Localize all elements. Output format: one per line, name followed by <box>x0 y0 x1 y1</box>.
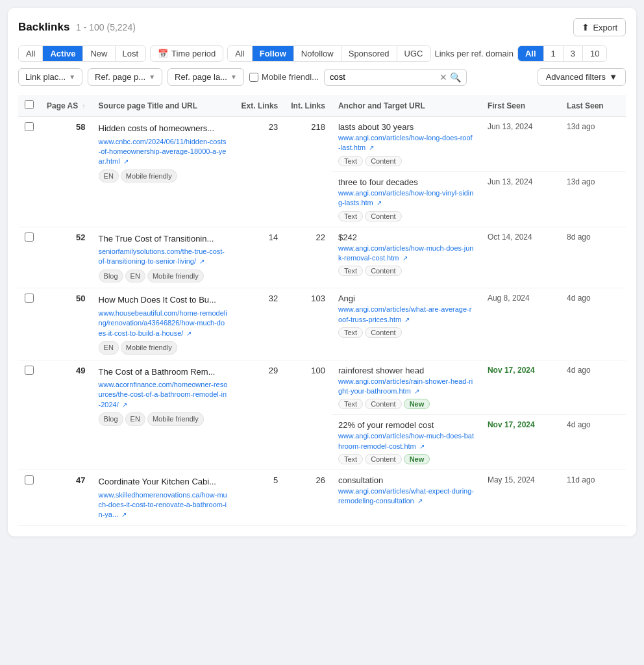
source-url[interactable]: seniorfamilysolutions.com/the-true-cost-… <box>99 247 229 267</box>
mobile-friendly-checkbox[interactable] <box>249 73 258 82</box>
source-url[interactable]: www.acornfinance.com/homeowner-resources… <box>99 380 229 410</box>
header-first-seen[interactable]: First Seen <box>481 95 560 117</box>
target-url-link[interactable]: www.angi.com/articles/how-long-vinyl-sid… <box>338 189 473 207</box>
anchor-target-cell: three to four decadeswww.angi.com/articl… <box>332 171 481 227</box>
source-url-link[interactable]: www.skilledhomerenovations.ca/how-much-d… <box>99 491 227 519</box>
source-url-link[interactable]: www.acornfinance.com/homeowner-resources… <box>99 381 228 408</box>
int-links-cell: 218 <box>284 117 332 227</box>
row-checkbox[interactable] <box>25 232 34 242</box>
anchor-tags: TextContent <box>338 208 475 221</box>
header-anchor-target[interactable]: Anchor and Target URL <box>332 95 481 117</box>
external-link-icon: ↗ <box>414 388 419 395</box>
nofollow-btn[interactable]: Nofollow <box>294 46 341 61</box>
target-url-link[interactable]: www.angi.com/articles/how-long-does-roof… <box>338 134 473 151</box>
status-lost-btn[interactable]: Lost <box>116 46 146 61</box>
row-checkbox[interactable] <box>25 475 34 484</box>
header-source-page[interactable]: Source page Title and URL <box>92 95 235 117</box>
target-url[interactable]: www.angi.com/articles/how-long-vinyl-sid… <box>338 188 475 208</box>
external-link-icon: ↗ <box>123 158 129 165</box>
ref-page-p-dropdown[interactable]: Ref. page p... ▼ <box>88 68 162 86</box>
select-all-checkbox[interactable] <box>25 100 34 109</box>
ext-links-cell: 32 <box>235 288 285 360</box>
link-place-label: Link plac... <box>25 72 66 82</box>
source-page-cell: The True Cost of Transitionin...seniorfa… <box>92 227 235 288</box>
target-url[interactable]: www.angi.com/articles/rain-shower-head-r… <box>338 377 475 397</box>
header-int-links[interactable]: Int. Links <box>284 95 332 117</box>
filters-row1: All Active New Lost 📅 Time period All Fo… <box>18 45 626 62</box>
target-url[interactable]: www.angi.com/articles/how-much-does-junk… <box>338 244 475 264</box>
source-url[interactable]: www.cnbc.com/2024/06/11/hidden-costs-of-… <box>99 137 229 167</box>
source-title: How Much Does It Cost to Bu... <box>99 294 229 307</box>
badge: Blog <box>99 270 123 283</box>
external-link-icon: ↗ <box>122 401 127 408</box>
source-url[interactable]: www.skilledhomerenovations.ca/how-much-d… <box>99 490 229 520</box>
sponsored-btn[interactable]: Sponsored <box>341 46 397 61</box>
export-button[interactable]: ⬆ Export <box>573 18 626 36</box>
search-icon[interactable]: 🔍 <box>450 72 461 82</box>
follow-all-btn[interactable]: All <box>228 46 252 61</box>
tag: Content <box>365 454 402 464</box>
export-label: Export <box>593 23 617 32</box>
calendar-icon: 📅 <box>158 49 168 58</box>
source-page-cell: Coordinate Your Kitchen Cabi...www.skill… <box>92 470 235 526</box>
badge: Mobile friendly <box>147 270 204 283</box>
target-url[interactable]: www.angi.com/articles/what-are-average-r… <box>338 305 475 325</box>
status-active-btn[interactable]: Active <box>43 46 83 61</box>
target-url[interactable]: www.angi.com/articles/what-expect-during… <box>338 486 475 507</box>
anchor-tags: TextContentNew <box>338 396 475 409</box>
link-place-dropdown[interactable]: Link plac... ▼ <box>18 68 82 86</box>
source-url[interactable]: www.housebeautiful.com/home-remodeling/r… <box>99 308 229 338</box>
search-input[interactable] <box>330 72 440 82</box>
header-page-as[interactable]: Page AS ↑ <box>40 95 92 117</box>
search-box: ✕ 🔍 <box>324 69 467 86</box>
advanced-filters-button[interactable]: Advanced filters ▼ <box>538 68 626 86</box>
external-link-icon: ↗ <box>121 511 127 518</box>
mobile-friendly-checkbox-label[interactable]: Mobile friendl... <box>249 72 319 82</box>
anchor-text: consultation <box>338 475 475 485</box>
last-seen-cell: 13d ago <box>560 117 626 172</box>
status-new-btn[interactable]: New <box>83 46 115 61</box>
links-all-btn[interactable]: All <box>518 46 544 61</box>
source-url-link[interactable]: www.cnbc.com/2024/06/11/hidden-costs-of-… <box>99 138 227 166</box>
ref-page-la-dropdown[interactable]: Ref. page la... ▼ <box>167 68 244 86</box>
source-url-link[interactable]: seniorfamilysolutions.com/the-true-cost-… <box>99 247 225 265</box>
tag: Content <box>365 211 402 221</box>
page-as-cell: 47 <box>40 470 92 526</box>
page-as-cell: 58 <box>40 117 92 227</box>
time-period-button[interactable]: 📅 Time period <box>150 45 223 62</box>
row-checkbox[interactable] <box>25 366 34 375</box>
header-last-seen[interactable]: Last Seen <box>560 95 626 117</box>
table-row: 58Hidden costs of homeowners...www.cnbc.… <box>18 117 626 172</box>
row-checkbox[interactable] <box>25 294 34 303</box>
follow-btn[interactable]: Follow <box>253 46 294 61</box>
header-ext-links[interactable]: Ext. Links <box>235 95 285 117</box>
links-1-btn[interactable]: 1 <box>544 46 564 61</box>
anchor-target-cell: 22% of your remodel costwww.angi.com/art… <box>332 415 481 470</box>
follow-filter-group: All Follow Nofollow Sponsored UGC <box>227 45 430 62</box>
tag: Text <box>338 156 363 166</box>
page-title: Backlinks <box>18 21 69 33</box>
target-url-link[interactable]: www.angi.com/articles/rain-shower-head-r… <box>338 377 473 395</box>
last-seen-cell: 8d ago <box>560 227 626 288</box>
tag: Content <box>365 266 402 276</box>
target-url[interactable]: www.angi.com/articles/how-long-does-roof… <box>338 133 475 153</box>
source-url-link[interactable]: www.housebeautiful.com/home-remodeling/r… <box>99 309 227 337</box>
row-checkbox[interactable] <box>25 122 34 131</box>
anchor-tags: TextContent <box>338 263 475 276</box>
table-header-row: Page AS ↑ Source page Title and URL Ext.… <box>18 95 626 117</box>
anchor-text: Angi <box>338 294 475 303</box>
source-badges: BlogENMobile friendly <box>99 267 229 283</box>
int-links-cell: 26 <box>284 470 332 526</box>
target-url-link[interactable]: www.angi.com/articles/what-expect-during… <box>338 487 474 505</box>
source-title: Hidden costs of homeowners... <box>99 122 229 135</box>
links-3-btn[interactable]: 3 <box>564 46 583 61</box>
backlinks-table: Page AS ↑ Source page Title and URL Ext.… <box>18 95 626 526</box>
ugc-btn[interactable]: UGC <box>397 46 430 61</box>
new-tag: New <box>404 454 430 464</box>
target-url-link[interactable]: www.angi.com/articles/how-much-does-bath… <box>338 432 474 449</box>
anchor-text: three to four decades <box>338 177 475 187</box>
clear-icon[interactable]: ✕ <box>440 72 447 82</box>
target-url[interactable]: www.angi.com/articles/how-much-does-bath… <box>338 431 475 451</box>
status-all-btn[interactable]: All <box>19 46 43 61</box>
links-10-btn[interactable]: 10 <box>583 46 606 61</box>
